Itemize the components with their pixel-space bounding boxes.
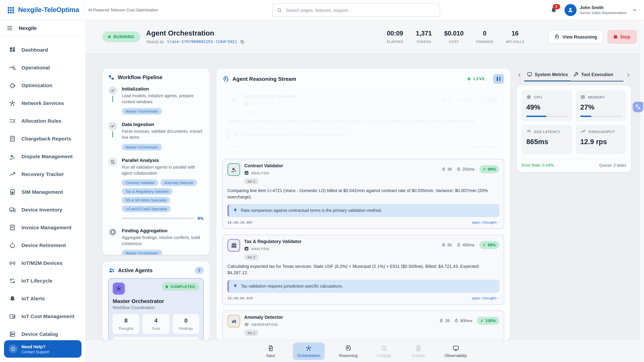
sidebar-item[interactable]: Chargeback Reports bbox=[0, 130, 86, 147]
agent-stat: 0 Findings bbox=[172, 314, 199, 334]
sidebar-item[interactable]: Operational bbox=[0, 59, 86, 76]
metric-value: 27% bbox=[580, 103, 622, 111]
sidebar-item[interactable]: SIM Management bbox=[0, 183, 86, 201]
reasoning-card[interactable]: Contract Validator ANALYSIS iter 2 bbox=[222, 159, 504, 229]
bottom-nav-item[interactable]: Orchestration bbox=[293, 343, 325, 360]
thought-count: 28 bbox=[439, 318, 450, 323]
run-stat-value: 0 bbox=[476, 30, 494, 37]
live-indicator: LIVE bbox=[468, 77, 485, 81]
step-name: Finding Aggregation bbox=[122, 228, 204, 233]
sidebar-item[interactable]: Recovery Tracker bbox=[0, 165, 86, 183]
sidebar-item[interactable]: IoT Alerts bbox=[0, 290, 86, 307]
run-stat-label: API CALLS bbox=[506, 39, 524, 43]
pipeline-step: Finding Aggregation Aggregate findings, … bbox=[108, 228, 204, 255]
bottom-nav-item[interactable]: Input bbox=[258, 343, 283, 360]
sidebar-item[interactable]: Network Services bbox=[0, 94, 86, 112]
bottom-nav-item[interactable]: Outputs bbox=[406, 343, 430, 360]
hamburger-menu-icon[interactable] bbox=[6, 25, 13, 31]
reasoning-card[interactable]: UCaaS/CCaaS Specialist ANALYSIS iter 2 bbox=[222, 89, 504, 153]
global-search[interactable] bbox=[272, 3, 440, 17]
check-glyph: ✓ bbox=[483, 167, 486, 171]
analysis-icon bbox=[244, 246, 249, 251]
run-stat: 16 API CALLS bbox=[506, 30, 524, 43]
sidebar-item-label: Chargeback Reports bbox=[22, 136, 71, 141]
stop-button[interactable]: Stop bbox=[608, 30, 636, 43]
search-icon bbox=[277, 7, 282, 13]
network-icon bbox=[9, 100, 16, 106]
agent-card[interactable]: COMPLETED Master Orchestrator Workflow C… bbox=[108, 278, 204, 340]
iteration-badge: iter 2 bbox=[244, 109, 259, 115]
span-link[interactable]: span:thought- bbox=[472, 296, 499, 300]
sidebar-item[interactable]: IoT Cost Management bbox=[0, 307, 86, 325]
sidebar-item[interactable]: Allocation Rules bbox=[0, 112, 86, 130]
run-stat-label: ELAPSED bbox=[387, 39, 404, 43]
agent-tag: Master Orchestrator bbox=[122, 108, 162, 115]
sidebar-item[interactable]: Invoice Management bbox=[0, 219, 86, 236]
status-dot bbox=[108, 35, 111, 38]
bottom-nav-item[interactable]: Reasoning bbox=[335, 343, 362, 360]
reasoning-agent-name: Contract Validator bbox=[244, 163, 441, 168]
sidebar-item-label: Network Services bbox=[22, 100, 64, 106]
reasoning-card[interactable]: Tax & Regulatory Validator ANALYSIS iter… bbox=[222, 234, 504, 305]
metrics-tab[interactable]: System Metrics bbox=[524, 69, 570, 81]
copy-icon[interactable] bbox=[240, 39, 244, 44]
bottom-nav-item[interactable]: Observability bbox=[440, 343, 472, 360]
progress-track bbox=[122, 218, 194, 219]
run-stat-value: $0.010 bbox=[444, 30, 464, 37]
sidebar-item[interactable]: Device Retirement bbox=[0, 236, 86, 254]
user-menu[interactable]: John Smith Senior Sales Representative bbox=[564, 4, 637, 16]
notifications-button[interactable]: 2 bbox=[550, 6, 557, 13]
bottom-nav-label: Observability bbox=[445, 354, 467, 358]
top-bar: Nexgile-TeleOptima AI-Powered Telecom Co… bbox=[0, 0, 644, 20]
active-agents-title: Active Agents bbox=[118, 267, 152, 273]
chevron-left-icon[interactable] bbox=[517, 72, 522, 78]
search-input[interactable] bbox=[285, 7, 436, 13]
translate-icon[interactable] bbox=[633, 102, 643, 112]
help-support-button[interactable]: Need Help? Contact Support bbox=[4, 340, 82, 358]
span-link[interactable]: span:thought- bbox=[472, 145, 499, 149]
brand-name: Nexgile-TeleOptima bbox=[18, 6, 79, 14]
run-stat: 00:09 ELAPSED bbox=[387, 30, 404, 43]
sidebar-item[interactable]: IoT Lifecycle bbox=[0, 272, 86, 290]
avatar bbox=[564, 4, 576, 16]
sidebar-item[interactable]: Optimization bbox=[0, 76, 86, 94]
pause-button[interactable] bbox=[493, 74, 504, 84]
sidebar-item[interactable]: Dispute Management bbox=[0, 147, 86, 165]
scrollbar[interactable] bbox=[640, 20, 644, 362]
dashboard-icon bbox=[9, 46, 16, 53]
lifecycle-icon bbox=[9, 277, 16, 284]
sidebar-item[interactable]: IoT/M2M Devices bbox=[0, 254, 86, 272]
check-icon bbox=[110, 124, 115, 129]
metric-box: THROUGHPUT 12.9 rps bbox=[576, 125, 626, 154]
agent-role: Workflow Coordination bbox=[113, 305, 199, 310]
run-stat: 1,371 TOKENS bbox=[416, 30, 432, 43]
agent-tag: Contract Validator bbox=[122, 179, 158, 186]
sidebar-item[interactable]: Device Inventory bbox=[0, 201, 86, 219]
piggy-bank-icon bbox=[9, 82, 16, 89]
orchestration-icon bbox=[306, 345, 312, 352]
sidebar-item-label: Allocation Rules bbox=[22, 118, 62, 124]
sidebar-item-label: Operational bbox=[22, 65, 50, 70]
reasoning-card[interactable]: Anomaly Detector OBSERVATION iter 1 bbox=[222, 310, 504, 340]
thought-count: 31 bbox=[441, 97, 452, 102]
run-stat-label: TOKENS bbox=[416, 39, 432, 43]
page-title: Agent Orchestration bbox=[146, 29, 244, 37]
view-reasoning-button[interactable]: View Reasoning bbox=[548, 30, 603, 43]
workflow-icon bbox=[108, 74, 114, 80]
chevron-right-icon[interactable] bbox=[626, 72, 631, 78]
bottom-nav: Input Orchestration Reasoning Findings O… bbox=[86, 340, 644, 362]
metrics-tab[interactable]: Tool Execution bbox=[570, 69, 616, 81]
receipt-icon bbox=[9, 135, 16, 142]
timer-icon bbox=[456, 98, 461, 102]
step-name: Initialization bbox=[122, 86, 204, 91]
thought-count: 35 bbox=[441, 243, 452, 247]
sidebar-item[interactable]: Dashboard bbox=[0, 41, 86, 59]
sidebar-item-label: Dispute Management bbox=[22, 153, 72, 159]
span-link[interactable]: span:thought- bbox=[472, 220, 499, 224]
chevron-down-icon[interactable] bbox=[632, 7, 637, 12]
reasoning-head-icon bbox=[554, 34, 559, 39]
bottom-nav-item[interactable]: Findings bbox=[372, 343, 396, 360]
wallet-icon bbox=[9, 313, 16, 320]
lightbulb-icon bbox=[233, 284, 238, 288]
timestamp: 15:48:10.067 bbox=[228, 220, 253, 224]
